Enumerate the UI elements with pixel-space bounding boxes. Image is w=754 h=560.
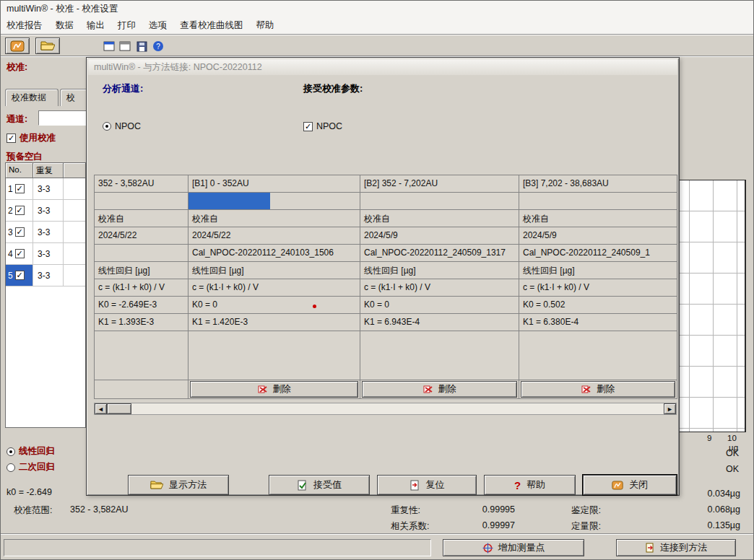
toolbar-window-button-1[interactable]: [102, 39, 116, 53]
table-cell-selected[interactable]: [188, 193, 360, 210]
table-cell[interactable]: [360, 331, 519, 380]
toolbar-help-button[interactable]: ?: [151, 39, 165, 53]
checkbox-icon: [303, 122, 313, 131]
window-icon: [103, 41, 115, 51]
row-checkbox-icon[interactable]: [15, 227, 25, 237]
toolbar-window-button-2[interactable]: [118, 39, 132, 53]
menu-options[interactable]: 选项: [149, 19, 167, 32]
table-cell[interactable]: [519, 193, 677, 210]
close-button[interactable]: 关闭: [583, 475, 677, 495]
toolbar-exit-button[interactable]: [5, 38, 30, 54]
linear-regression-radio[interactable]: 线性回归: [6, 445, 55, 458]
quadratic-regression-radio[interactable]: 二次回归: [6, 461, 55, 473]
toolbar-save-button[interactable]: [134, 39, 149, 53]
table-cell[interactable]: Cal_NPOC-20220112_240509_1317: [360, 245, 519, 262]
table-row[interactable]: 4 3-3: [6, 243, 85, 265]
table-cell[interactable]: [188, 331, 360, 380]
table-cell[interactable]: 校准自: [519, 210, 677, 227]
table-cell[interactable]: 线性回归 [µg]: [360, 262, 519, 279]
menu-view-calibration-curve[interactable]: 查看校准曲线图: [180, 19, 243, 32]
menu-data[interactable]: 数据: [56, 19, 74, 32]
scroll-thumb[interactable]: [107, 403, 131, 414]
menu-bar: 校准报告 数据 输出 打印 选项 查看校准曲线图 帮助: [1, 17, 754, 34]
row-checkbox-icon[interactable]: [15, 184, 25, 193]
table-cell[interactable]: 校准自: [188, 210, 360, 227]
table-row[interactable]: 3 3-3: [6, 222, 85, 243]
range-column-header[interactable]: [B2] 352 - 7,202AU: [360, 175, 519, 193]
table-cell[interactable]: 线性回归 [µg]: [519, 262, 677, 279]
table-cell[interactable]: c = (k1·I + k0) / V: [188, 279, 360, 297]
table-cell[interactable]: [95, 245, 188, 262]
table-cell[interactable]: [95, 331, 188, 380]
horizontal-scrollbar[interactable]: ◄ ►: [94, 403, 677, 415]
menu-help[interactable]: 帮助: [256, 19, 274, 32]
delete-button[interactable]: 删除: [521, 381, 675, 398]
range-column-header[interactable]: [B1] 0 - 352AU: [188, 175, 360, 193]
table-cell[interactable]: [360, 193, 519, 210]
table-cell[interactable]: K1 = 6.380E-4: [519, 314, 677, 331]
table-cell[interactable]: 校准自: [360, 210, 519, 227]
table-row-selected[interactable]: 5 3-3: [6, 265, 85, 286]
table-cell[interactable]: c = (k1·I + k0) / V: [360, 279, 519, 297]
table-cell[interactable]: c = (k1·I + k0) / V: [95, 279, 188, 297]
row-checkbox-icon[interactable]: [15, 206, 25, 215]
table-cell[interactable]: [95, 193, 188, 210]
npoc-radio[interactable]: NPOC: [103, 121, 141, 131]
window-titlebar[interactable]: multiWin® - 校准 - 校准设置: [1, 1, 754, 17]
accept-values-button[interactable]: 接受值: [269, 475, 370, 495]
delete-button[interactable]: 删除: [190, 381, 358, 398]
table-cell[interactable]: 2024/5/9: [519, 227, 677, 245]
reset-button[interactable]: 复位: [377, 475, 477, 495]
delete-button[interactable]: 删除: [362, 381, 517, 398]
table-cell[interactable]: Cal_NPOC-20220112_240103_1506: [188, 245, 360, 262]
table-row[interactable]: 1 3-3: [6, 178, 85, 200]
delete-icon: [581, 385, 592, 394]
table-cell[interactable]: K1 = 1.420E-3: [188, 314, 360, 331]
menu-print[interactable]: 打印: [118, 19, 136, 32]
table-cell[interactable]: K0 = -2.649E-3: [95, 297, 188, 314]
help-circle-icon: ?: [152, 40, 164, 52]
help-button[interactable]: ? 帮助: [484, 475, 576, 495]
toolbar-open-button[interactable]: [35, 38, 60, 54]
table-cell[interactable]: c = (k1·I + k0) / V: [519, 279, 677, 297]
analysis-channel-label: 分析通道:: [103, 82, 143, 95]
row-checkbox-icon[interactable]: [15, 271, 25, 280]
col-header-no[interactable]: No.: [6, 163, 33, 178]
scroll-left-button[interactable]: ◄: [95, 403, 107, 414]
add-measure-point-button[interactable]: 增加测量点: [443, 539, 584, 556]
delete-cell: 删除: [360, 380, 519, 399]
scroll-track[interactable]: [131, 403, 664, 414]
menu-output[interactable]: 输出: [87, 19, 105, 32]
col-header-repeat[interactable]: 重复: [33, 163, 64, 178]
table-cell[interactable]: 线性回归 [µg]: [188, 262, 360, 279]
show-method-button[interactable]: 显示方法: [128, 475, 229, 495]
range-column-header[interactable]: [B3] 7,202 - 38,683AU: [519, 175, 677, 193]
table-cell[interactable]: K0 = 0: [188, 297, 360, 314]
range-column-header[interactable]: 352 - 3,582AU: [95, 175, 188, 193]
table-cell[interactable]: [519, 331, 677, 380]
dialog-titlebar[interactable]: multiWin® - 与方法链接: NPOC-20220112: [88, 59, 677, 75]
menu-calibration-report[interactable]: 校准报告: [6, 19, 43, 32]
scroll-right-button[interactable]: ►: [664, 403, 676, 414]
table-cell[interactable]: 2024/5/9: [360, 227, 519, 245]
use-calibration-checkbox[interactable]: 使用校准: [6, 132, 56, 144]
table-cell[interactable]: Cal_NPOC-20220112_240509_1: [519, 245, 677, 262]
tab-calibration-data[interactable]: 校准数据: [5, 89, 58, 106]
table-cell[interactable]: K1 = 6.943E-4: [360, 314, 519, 331]
window-title: multiWin® - 校准 - 校准设置: [6, 3, 118, 15]
table-cell[interactable]: 校准自: [95, 210, 188, 227]
app-logo-icon: [10, 40, 25, 52]
delete-icon: [423, 385, 433, 394]
table-row[interactable]: 2 3-3: [6, 200, 85, 222]
row-checkbox-icon[interactable]: [15, 249, 25, 258]
connect-method-button[interactable]: 连接到方法: [616, 539, 736, 556]
table-cell[interactable]: 线性回归 [µg]: [95, 262, 188, 279]
table-cell[interactable]: K0 = 0: [360, 297, 519, 314]
table-cell[interactable]: K1 = 1.393E-3: [95, 314, 188, 331]
k0-value: k0 = -2.649: [6, 487, 52, 497]
table-cell[interactable]: 2024/5/22: [188, 227, 360, 245]
table-cell[interactable]: K0 = 0.502: [519, 297, 677, 314]
table-header-row: No. 重复: [6, 163, 85, 178]
table-cell[interactable]: 2024/5/22: [95, 227, 188, 245]
npoc-checkbox[interactable]: NPOC: [303, 121, 342, 131]
